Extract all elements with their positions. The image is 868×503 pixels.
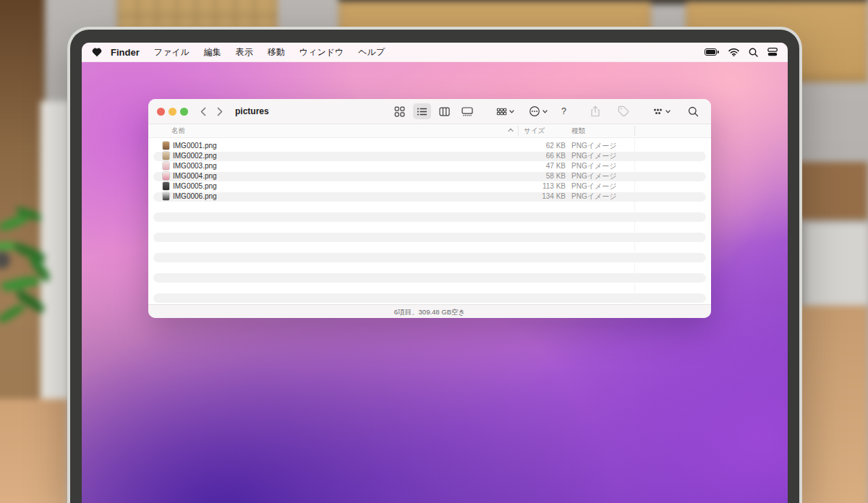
desk-left: [0, 399, 68, 503]
menu-item-go[interactable]: 移動: [268, 46, 285, 59]
icon-view-button[interactable]: [391, 103, 409, 119]
empty-row: [148, 272, 711, 283]
minimize-button[interactable]: [169, 108, 176, 116]
share-button[interactable]: [587, 103, 604, 119]
menu-item-file[interactable]: ファイル: [154, 46, 190, 59]
file-list: IMG0001.png 62 KB PNGイメージ IMG0002.png 66…: [148, 138, 711, 304]
file-name: IMG0004.png: [173, 171, 217, 181]
menu-status-icons: [705, 48, 778, 57]
more-options-button[interactable]: [525, 103, 551, 119]
window-title: pictures: [235, 106, 269, 116]
empty-row: [148, 252, 711, 262]
window-search-button[interactable]: [684, 103, 702, 119]
file-kind: PNGイメージ: [571, 141, 616, 151]
file-thumbnail-icon: [163, 172, 169, 180]
search-icon: [688, 106, 699, 117]
file-size: 47 KB: [459, 161, 566, 171]
battery-icon[interactable]: [705, 48, 719, 56]
file-row[interactable]: IMG0004.png 58 KB PNGイメージ: [148, 171, 711, 181]
file-thumbnail-icon: [163, 142, 169, 150]
group-icon: [496, 106, 507, 117]
file-name: IMG0003.png: [173, 161, 217, 171]
close-button[interactable]: [157, 108, 165, 116]
toolbar: ?: [391, 103, 702, 119]
file-kind: PNGイメージ: [571, 181, 616, 192]
box-on-right-shelf: [793, 162, 868, 220]
wifi-icon[interactable]: [728, 48, 739, 56]
desktop-wallpaper: Finder ファイル 編集 表示 移動 ウィンドウ ヘルプ: [82, 43, 788, 503]
file-size: 134 KB: [459, 192, 566, 202]
column-header-kind[interactable]: 種類: [571, 124, 585, 137]
list-header: 名前 サイズ 種類: [148, 124, 711, 138]
heart-icon[interactable]: [92, 48, 102, 57]
gray-box-right: [806, 224, 868, 305]
file-thumbnail-icon: [163, 162, 169, 170]
menu-item-view[interactable]: 表示: [236, 46, 253, 59]
share-icon: [590, 106, 600, 117]
file-name: IMG0001.png: [173, 141, 217, 151]
file-thumbnail-icon: [163, 192, 169, 200]
file-kind: PNGイメージ: [571, 161, 616, 171]
file-kind: PNGイメージ: [571, 192, 616, 202]
column-divider[interactable]: [518, 126, 519, 136]
column-header-name[interactable]: 名前: [171, 124, 185, 137]
control-center-icon[interactable]: [767, 48, 778, 56]
file-size: 62 KB: [459, 141, 566, 151]
file-name: IMG0006.png: [173, 192, 217, 202]
file-row[interactable]: IMG0006.png 134 KB PNGイメージ: [148, 192, 711, 202]
empty-row: [148, 262, 711, 272]
file-name: IMG0005.png: [173, 181, 217, 192]
empty-row: [148, 222, 711, 232]
help-button[interactable]: ?: [558, 106, 569, 116]
title-bar[interactable]: pictures: [148, 99, 711, 124]
list-view-button[interactable]: [413, 103, 431, 119]
file-kind: PNGイメージ: [571, 171, 616, 181]
tag-button[interactable]: [614, 103, 633, 119]
chevron-down-icon: [509, 110, 514, 113]
nav-buttons: [200, 107, 223, 116]
empty-row: [148, 283, 711, 293]
file-size: 113 KB: [459, 181, 566, 192]
file-size: 58 KB: [459, 171, 566, 181]
file-row[interactable]: IMG0002.png 66 KB PNGイメージ: [148, 151, 711, 161]
file-thumbnail-icon: [163, 182, 169, 190]
column-header-size[interactable]: サイズ: [524, 124, 545, 137]
file-row[interactable]: IMG0001.png 62 KB PNGイメージ: [148, 141, 711, 151]
dots-button[interactable]: [649, 103, 674, 119]
status-bar: 6項目、309.48 GB空き: [148, 304, 711, 318]
gallery-view-button[interactable]: [458, 103, 477, 119]
menu-item-window[interactable]: ウィンドウ: [299, 46, 344, 59]
chevron-down-icon: [542, 110, 548, 113]
finder-window: pictures: [148, 99, 711, 318]
file-row[interactable]: IMG0005.png 113 KB PNGイメージ: [148, 181, 711, 192]
empty-row: [148, 202, 711, 212]
zoom-button[interactable]: [180, 108, 188, 116]
empty-row: [148, 293, 711, 303]
dots-icon: [652, 107, 663, 116]
group-button[interactable]: [493, 103, 518, 119]
back-button[interactable]: [200, 107, 206, 116]
tag-icon: [618, 106, 629, 117]
file-thumbnail-icon: [163, 152, 169, 160]
forward-button[interactable]: [217, 107, 223, 116]
empty-row: [148, 242, 711, 252]
more-options-icon: [529, 106, 540, 117]
file-name: IMG0002.png: [173, 151, 217, 161]
laptop-screen: Finder ファイル 編集 表示 移動 ウィンドウ ヘルプ: [67, 27, 802, 503]
menu-bar: Finder ファイル 編集 表示 移動 ウィンドウ ヘルプ: [82, 43, 788, 62]
empty-row: [148, 232, 711, 242]
menu-item-edit[interactable]: 編集: [204, 46, 221, 59]
menu-item-help[interactable]: ヘルプ: [358, 46, 385, 59]
file-row[interactable]: IMG0003.png 47 KB PNGイメージ: [148, 161, 711, 171]
column-view-button[interactable]: [435, 103, 454, 119]
traffic-lights: [157, 108, 188, 116]
search-icon[interactable]: [749, 48, 758, 57]
file-kind: PNGイメージ: [571, 151, 616, 161]
sort-ascending-icon: [508, 128, 514, 132]
column-divider[interactable]: [634, 126, 635, 136]
file-size: 66 KB: [459, 151, 566, 161]
chevron-down-icon: [665, 110, 671, 113]
status-text: 6項目、309.48 GB空き: [394, 308, 465, 316]
menu-app-name[interactable]: Finder: [111, 47, 140, 58]
empty-row: [148, 212, 711, 222]
